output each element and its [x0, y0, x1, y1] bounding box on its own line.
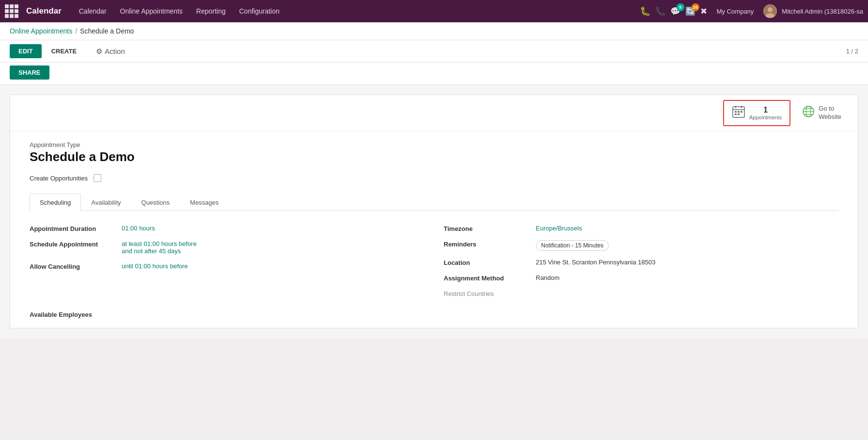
field-value-schedule: at least 01:00 hours before and not afte… — [122, 240, 197, 255]
goto-website-button[interactable]: Go toWebsite — [795, 101, 848, 125]
appointment-type-title: Schedule a Demo — [30, 149, 838, 164]
reminder-badge: Notification - 15 Minutes — [536, 240, 609, 251]
field-value-cancelling: until 01:00 hours before — [122, 262, 188, 270]
appointments-count: 1 — [749, 106, 782, 114]
action-menu[interactable]: ⚙ Action — [96, 47, 125, 56]
avatar[interactable] — [763, 4, 777, 18]
field-value-timezone: Europe/Brussels — [536, 225, 582, 232]
field-value-location: 215 Vine St. Scranton Pennsylvania 18503 — [536, 259, 656, 266]
chat-badge: 9 — [677, 3, 684, 11]
goto-website-label: Go toWebsite — [819, 105, 841, 121]
username: Mitchell Admin (13818026-sa — [782, 8, 863, 15]
field-value-assignment: Random — [536, 274, 560, 281]
field-assignment-method: Assignment Method Random — [444, 270, 839, 286]
tab-questions[interactable]: Questions — [131, 194, 180, 211]
create-opportunities-row: Create Opportunities — [30, 174, 838, 182]
right-column: Timezone Europe/Brussels Reminders Notif… — [444, 221, 839, 301]
menu-online-appointments[interactable]: Online Appointments — [113, 0, 189, 22]
field-value-duration: 01:00 hours — [122, 225, 155, 232]
field-name-schedule: Schedule Appointment — [30, 240, 112, 248]
menu-configuration[interactable]: Configuration — [232, 0, 286, 22]
svg-rect-8 — [738, 111, 740, 113]
svg-rect-11 — [738, 114, 740, 115]
field-appointment-duration: Appointment Duration 01:00 hours — [30, 221, 425, 236]
top-navigation: Calendar Calendar Online Appointments Re… — [0, 0, 868, 22]
field-name-location: Location — [444, 259, 526, 266]
top-menu: Calendar Online Appointments Reporting C… — [72, 0, 286, 22]
breadcrumb-parent[interactable]: Online Appointments — [10, 27, 72, 35]
grid-icon — [5, 4, 18, 18]
appointments-count-text: 1 Appointments — [749, 106, 782, 120]
field-name-reminders: Reminders — [444, 240, 526, 248]
scheduling-fields: Appointment Duration 01:00 hours Schedul… — [30, 221, 838, 301]
form-body: Appointment Type Schedule a Demo Create … — [10, 131, 858, 328]
refresh-badge: 26 — [692, 3, 699, 11]
field-location: Location 215 Vine St. Scranton Pennsylva… — [444, 255, 839, 270]
main-content: 1 Appointments Go toWebsite Appointment … — [0, 85, 868, 338]
tab-messages[interactable]: Messages — [180, 194, 229, 211]
svg-point-1 — [768, 7, 773, 12]
refresh-icon[interactable]: 🔄 26 — [685, 6, 695, 16]
field-allow-cancelling: Allow Cancelling until 01:00 hours befor… — [30, 259, 425, 274]
create-button[interactable]: CREATE — [47, 44, 81, 58]
company-name[interactable]: My Company — [712, 8, 759, 15]
field-name-cancelling: Allow Cancelling — [30, 262, 112, 270]
menu-reporting[interactable]: Reporting — [189, 0, 233, 22]
field-name-duration: Appointment Duration — [30, 225, 112, 232]
share-bar: SHARE — [0, 63, 868, 85]
tools-icon[interactable]: ✖ — [700, 6, 707, 16]
left-column: Appointment Duration 01:00 hours Schedul… — [30, 221, 425, 301]
breadcrumb: Online Appointments / Schedule a Demo — [0, 22, 868, 40]
field-reminders: Reminders Notification - 15 Minutes — [444, 236, 839, 255]
tab-availability[interactable]: Availability — [81, 194, 131, 211]
field-timezone: Timezone Europe/Brussels — [444, 221, 839, 236]
gear-icon: ⚙ — [96, 47, 102, 56]
edit-button[interactable]: EDIT — [10, 44, 42, 58]
appointment-type-label: Appointment Type — [30, 141, 838, 148]
svg-rect-9 — [741, 111, 742, 113]
appointments-label: Appointments — [749, 114, 782, 120]
pager: 1 / 2 — [846, 48, 858, 55]
tabs-bar: Scheduling Availability Questions Messag… — [30, 194, 838, 211]
calendar-icon — [732, 105, 745, 121]
tab-scheduling[interactable]: Scheduling — [30, 194, 81, 211]
create-opportunities-checkbox[interactable] — [94, 174, 101, 182]
available-employees-label: Available Employees — [30, 311, 838, 318]
breadcrumb-current: Schedule a Demo — [80, 27, 134, 35]
schedule-line-1: at least 01:00 hours before — [122, 240, 197, 247]
phone-icon[interactable]: 📞 — [655, 6, 665, 16]
field-name-timezone: Timezone — [444, 225, 526, 232]
svg-rect-10 — [735, 114, 737, 115]
field-name-assignment: Assignment Method — [444, 274, 526, 282]
app-logo[interactable] — [5, 4, 18, 18]
globe-icon — [802, 105, 815, 121]
field-schedule-appointment: Schedule Appointment at least 01:00 hour… — [30, 236, 425, 259]
share-button[interactable]: SHARE — [10, 65, 49, 80]
chat-icon[interactable]: 💬 9 — [670, 6, 680, 16]
schedule-line-2: and not after 45 days — [122, 247, 197, 255]
create-opportunities-label: Create Opportunities — [30, 175, 88, 182]
field-name-restrict: Restrict Countries — [444, 290, 526, 297]
menu-calendar[interactable]: Calendar — [72, 0, 113, 22]
action-label: Action — [105, 47, 125, 55]
breadcrumb-separator: / — [75, 27, 77, 35]
action-bar: EDIT CREATE ⚙ Action 1 / 2 — [0, 40, 868, 63]
appointments-smart-button[interactable]: 1 Appointments — [723, 100, 790, 126]
nav-icons: 🐛 📞 💬 9 🔄 26 ✖ My Company Mitchell Admin… — [640, 4, 863, 18]
record-card: 1 Appointments Go toWebsite Appointment … — [10, 95, 858, 328]
field-restrict-countries: Restrict Countries — [444, 286, 839, 301]
svg-rect-7 — [735, 111, 737, 113]
bug-icon[interactable]: 🐛 — [640, 6, 650, 16]
smart-buttons-bar: 1 Appointments Go toWebsite — [10, 95, 858, 131]
app-title: Calendar — [26, 6, 62, 16]
